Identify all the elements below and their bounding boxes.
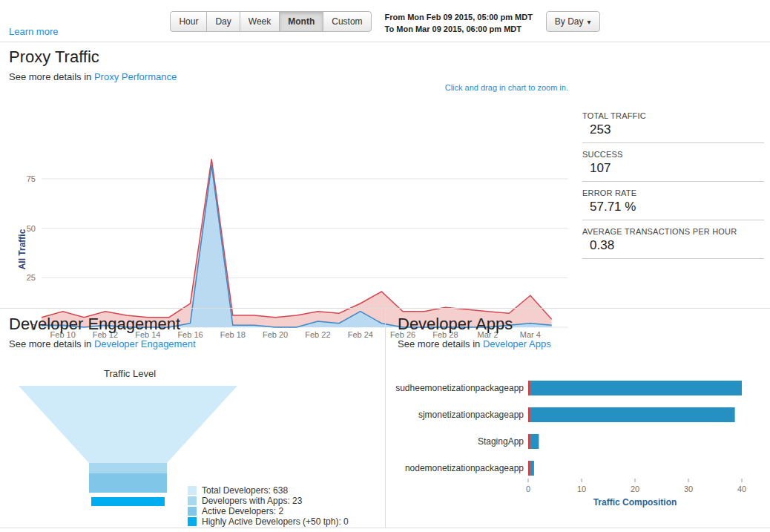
- time-button-custom[interactable]: Custom: [323, 11, 371, 32]
- time-button-month[interactable]: Month: [279, 11, 323, 32]
- legend-swatch: [188, 507, 197, 516]
- svg-text:0: 0: [526, 485, 530, 493]
- svg-text:StagingApp: StagingApp: [478, 436, 524, 447]
- time-button-hour[interactable]: Hour: [170, 11, 207, 32]
- group-by-dropdown[interactable]: By Day▾: [546, 11, 600, 32]
- svg-text:75: 75: [27, 174, 36, 183]
- funnel-legend-item: Developers with Apps: 23: [188, 496, 349, 506]
- details-prefix: See more details in: [9, 338, 91, 349]
- date-range-from: From Mon Feb 09 2015, 05:00 pm MDT: [385, 12, 533, 24]
- stat-label: ERROR RATE: [582, 188, 764, 197]
- group-by-label: By Day: [555, 16, 584, 27]
- stat-avg-tph: AVERAGE TRANSACTIONS PER HOUR 0.38: [582, 227, 764, 259]
- proxy-traffic-title: Proxy Traffic: [9, 47, 99, 67]
- engagement-details-line: See more details in Developer Engagement: [9, 338, 196, 349]
- svg-text:All Traffic: All Traffic: [17, 229, 27, 269]
- time-button-week[interactable]: Week: [240, 11, 280, 32]
- traffic-stats-panel: TOTAL TRAFFIC 253 SUCCESS 107 ERROR RATE…: [582, 111, 764, 266]
- svg-text:30: 30: [684, 485, 693, 493]
- svg-text:sjmonetizationpackageapp: sjmonetizationpackageapp: [418, 410, 524, 420]
- top-bar: Learn more Hour Day Week Month Custom Fr…: [0, 0, 770, 42]
- developer-apps-title: Developer Apps: [398, 315, 513, 334]
- legend-swatch: [188, 486, 197, 495]
- proxy-performance-link[interactable]: Proxy Performance: [94, 71, 177, 82]
- stat-value: 107: [590, 161, 764, 176]
- funnel-legend-item: Active Developers: 2: [188, 506, 349, 516]
- proxy-traffic-section: Proxy Traffic See more details in Proxy …: [0, 43, 770, 308]
- time-button-day[interactable]: Day: [206, 11, 240, 32]
- funnel-title: Traffic Level: [15, 368, 245, 379]
- time-range-controls: Hour Day Week Month Custom From Mon Feb …: [0, 11, 770, 36]
- developer-engagement-section: Developer Engagement See more details in…: [0, 309, 386, 528]
- developer-engagement-link[interactable]: Developer Engagement: [94, 338, 196, 349]
- stat-value: 0.38: [590, 238, 764, 253]
- funnel-legend: Total Developers: 638Developers with App…: [188, 485, 349, 527]
- legend-swatch: [188, 517, 197, 526]
- legend-label: Developers with Apps: 23: [202, 496, 302, 506]
- svg-text:sudheemonetizationpackageapp: sudheemonetizationpackageapp: [395, 383, 524, 393]
- time-range-button-group: Hour Day Week Month Custom: [170, 11, 371, 32]
- details-prefix: See more details in: [398, 338, 480, 349]
- svg-text:nodemonetizationpackageapp: nodemonetizationpackageapp: [405, 463, 524, 473]
- date-range-to: To Mon Mar 09 2015, 06:00 pm MDT: [385, 24, 533, 36]
- proxy-details-line: See more details in Proxy Performance: [9, 71, 177, 82]
- funnel-legend-item: Total Developers: 638: [188, 485, 349, 496]
- legend-label: Active Developers: 2: [202, 506, 283, 516]
- bottom-panels: Developer Engagement See more details in…: [0, 308, 770, 528]
- developer-apps-link[interactable]: Developer Apps: [483, 338, 551, 349]
- date-range-text: From Mon Feb 09 2015, 05:00 pm MDT To Mo…: [385, 11, 533, 36]
- svg-text:Traffic Composition: Traffic Composition: [593, 497, 677, 508]
- stat-value: 57.71 %: [590, 200, 764, 214]
- stat-label: AVERAGE TRANSACTIONS PER HOUR: [582, 227, 764, 236]
- details-prefix: See more details in: [9, 71, 91, 82]
- svg-text:40: 40: [737, 485, 746, 493]
- stat-label: SUCCESS: [582, 150, 764, 159]
- developer-apps-chart: sudheemonetizationpackageappsjmonetizati…: [386, 362, 770, 514]
- funnel-legend-item: Highly Active Developers (+50 tph): 0: [188, 516, 349, 527]
- stat-total-traffic: TOTAL TRAFFIC 253: [582, 111, 764, 143]
- stat-value: 253: [590, 122, 764, 137]
- stat-success: SUCCESS 107: [582, 150, 764, 182]
- svg-text:10: 10: [577, 485, 586, 493]
- svg-text:50: 50: [27, 224, 36, 233]
- svg-text:20: 20: [631, 485, 639, 493]
- stat-error-rate: ERROR RATE 57.71 %: [582, 188, 764, 220]
- chevron-down-icon: ▾: [588, 18, 591, 26]
- legend-label: Total Developers: 638: [202, 485, 288, 496]
- developer-apps-section: Developer Apps See more details in Devel…: [386, 309, 770, 528]
- apps-details-line: See more details in Developer Apps: [398, 338, 551, 349]
- legend-label: Highly Active Developers (+50 tph): 0: [202, 516, 349, 527]
- stat-label: TOTAL TRAFFIC: [582, 111, 764, 120]
- chart-zoom-hint: Click and drag in chart to zoom in.: [445, 83, 568, 92]
- legend-swatch: [188, 496, 197, 505]
- svg-text:25: 25: [27, 273, 36, 282]
- developer-engagement-title: Developer Engagement: [9, 315, 180, 334]
